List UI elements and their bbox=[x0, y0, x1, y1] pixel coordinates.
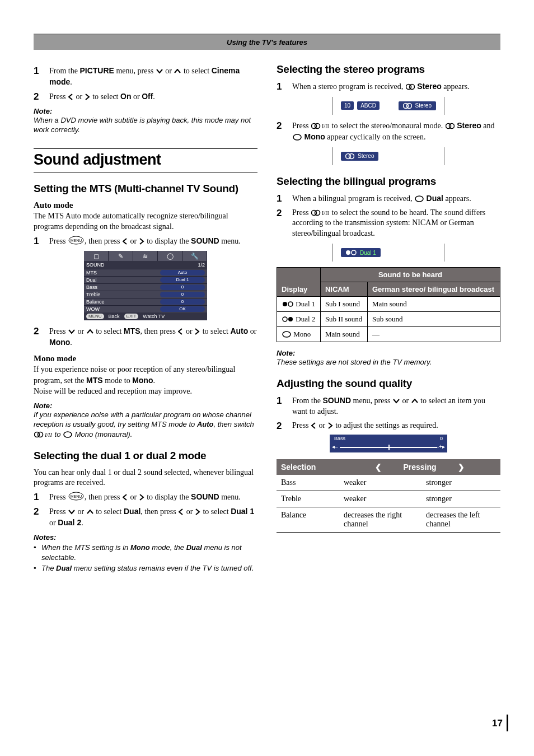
text: menu. bbox=[219, 237, 241, 245]
osd-bass-slider: Bass0 ◂––+▸ bbox=[330, 435, 447, 452]
dual-step-1: 1 Press , then press or to display the S… bbox=[34, 492, 257, 503]
text: When a stereo program is received, bbox=[292, 82, 405, 91]
option: Auto bbox=[230, 326, 248, 335]
text: Press bbox=[49, 92, 68, 101]
mts-step-2: 2 Press or to select MTS, then press or … bbox=[34, 326, 257, 348]
text: to select bbox=[94, 327, 124, 335]
osd-val: Auto bbox=[160, 270, 205, 276]
heading-mono-mode: Mono mode bbox=[34, 354, 257, 363]
osd-foot-menu: MENU bbox=[86, 314, 104, 319]
right-icon bbox=[195, 328, 200, 335]
text: to select bbox=[94, 507, 124, 516]
option: On bbox=[120, 92, 131, 101]
stereo-icon bbox=[446, 123, 455, 129]
osd-key: Bass bbox=[86, 284, 160, 290]
note-item: When the MTS setting is in Mono mode, th… bbox=[34, 543, 257, 562]
up-icon bbox=[87, 329, 93, 335]
text: Press bbox=[292, 208, 311, 217]
table-row: Balance decreases the right channel decr… bbox=[277, 507, 500, 533]
osd-val: 0 bbox=[160, 284, 205, 290]
stereo-step-2: 2 Press to select the stereo/monaural mo… bbox=[277, 120, 500, 143]
step-number: 1 bbox=[34, 236, 49, 247]
biling-step-2: 2 Press to select the sound to be heard.… bbox=[277, 208, 500, 240]
note-body: If you experience noise with a particula… bbox=[34, 410, 257, 440]
divider bbox=[34, 148, 257, 149]
th-german: German stereo/ bilingual broadcast bbox=[367, 282, 500, 297]
bilingual-table: Display Sound to be heard NICAM German s… bbox=[277, 267, 500, 342]
up-icon bbox=[174, 69, 181, 74]
text: . bbox=[70, 338, 72, 347]
right-icon bbox=[328, 422, 333, 429]
left-icon bbox=[68, 94, 73, 100]
down-icon bbox=[156, 69, 163, 74]
text: Press bbox=[49, 327, 68, 335]
osd-key: Dual bbox=[86, 277, 160, 283]
target: MTS bbox=[124, 326, 140, 335]
cinema-step-2: 2 Press or to select On or Off. bbox=[34, 91, 257, 102]
table-row: Dual 1 Sub I sound Main sound bbox=[277, 297, 500, 312]
text: to display the bbox=[145, 237, 191, 245]
right-icon bbox=[139, 494, 144, 501]
text: Press bbox=[49, 493, 68, 501]
notes-label: Notes: bbox=[34, 533, 257, 542]
right-icon bbox=[85, 94, 90, 100]
mono-icon bbox=[282, 331, 291, 338]
up-icon bbox=[411, 399, 418, 404]
up-icon bbox=[87, 510, 93, 515]
th-selection: Selection bbox=[277, 459, 339, 475]
left-icon bbox=[123, 494, 128, 501]
osd-key: Balance bbox=[86, 299, 160, 305]
note-label: Note: bbox=[34, 107, 257, 115]
label: Stereo bbox=[457, 121, 481, 130]
label: Dual bbox=[427, 194, 443, 203]
target: SOUND bbox=[191, 492, 219, 501]
osd-name: ABCD bbox=[357, 101, 380, 110]
step-number: 2 bbox=[277, 421, 292, 432]
text: appears. bbox=[442, 82, 470, 91]
paragraph: You can hear only dual 1 or dual 2 sound… bbox=[34, 468, 257, 489]
text: From the bbox=[292, 396, 322, 405]
osd-page: 1/2 bbox=[198, 262, 205, 268]
left-icon bbox=[178, 328, 183, 335]
right-icon bbox=[195, 508, 200, 515]
text: to display the bbox=[145, 493, 191, 501]
dual-step-2: 2 Press or to select Dual, then press or… bbox=[34, 506, 257, 529]
osd-stereo-indicator: Stereo bbox=[332, 147, 444, 165]
step-number: 1 bbox=[34, 492, 49, 503]
option: Mono bbox=[49, 338, 70, 347]
step-number: 1 bbox=[34, 66, 49, 88]
osd-sound-menu: ▢✎≋◯🔧 SOUND1/2 MTSAuto DualDual 1 Bass0 … bbox=[84, 251, 207, 320]
stereo-step-1: 1 When a stereo program is received, Ste… bbox=[277, 81, 500, 92]
text: , then press bbox=[85, 237, 122, 245]
down-icon bbox=[68, 329, 75, 335]
table-row: Dual 2 Sub II sound Sub sound bbox=[277, 312, 500, 327]
text: Press bbox=[49, 237, 68, 245]
text: or bbox=[248, 327, 256, 335]
step-number: 1 bbox=[277, 395, 292, 417]
left-icon bbox=[179, 508, 184, 515]
text: From the bbox=[49, 67, 79, 75]
heading-auto-mode: Auto mode bbox=[34, 200, 257, 210]
text: , then press bbox=[140, 507, 178, 516]
dual2-icon bbox=[282, 316, 293, 323]
quality-step-1: 1 From the SOUND menu, press or to selec… bbox=[277, 395, 500, 417]
osd-val: 0 bbox=[160, 299, 205, 305]
quality-step-2: 2 Press or to adjust the settings as req… bbox=[277, 421, 500, 432]
text: . bbox=[81, 519, 83, 527]
step-number: 1 bbox=[277, 81, 292, 92]
osd-key: WOW bbox=[86, 306, 160, 312]
paragraph: The MTS Auto mode automatically recogniz… bbox=[34, 211, 257, 232]
cinema-step-1: 1 From the PICTURE menu, press or to sel… bbox=[34, 66, 257, 88]
label: Mono bbox=[305, 132, 325, 141]
note-body: When a DVD movie with subtitle is playin… bbox=[34, 115, 257, 135]
text: to select bbox=[200, 327, 230, 335]
text: to select bbox=[181, 67, 211, 75]
osd-stereo-badge: Stereo bbox=[399, 101, 436, 110]
osd-foot-back: Back bbox=[109, 314, 120, 319]
osd-channel: 10 bbox=[341, 101, 354, 110]
text: menu. bbox=[219, 493, 241, 501]
target: SOUND bbox=[191, 236, 219, 245]
section-sound-adjustment: Sound adjustment bbox=[34, 151, 257, 172]
text: to select bbox=[201, 507, 231, 516]
th-pressing: ❮ Pressing ❯ bbox=[339, 459, 500, 475]
